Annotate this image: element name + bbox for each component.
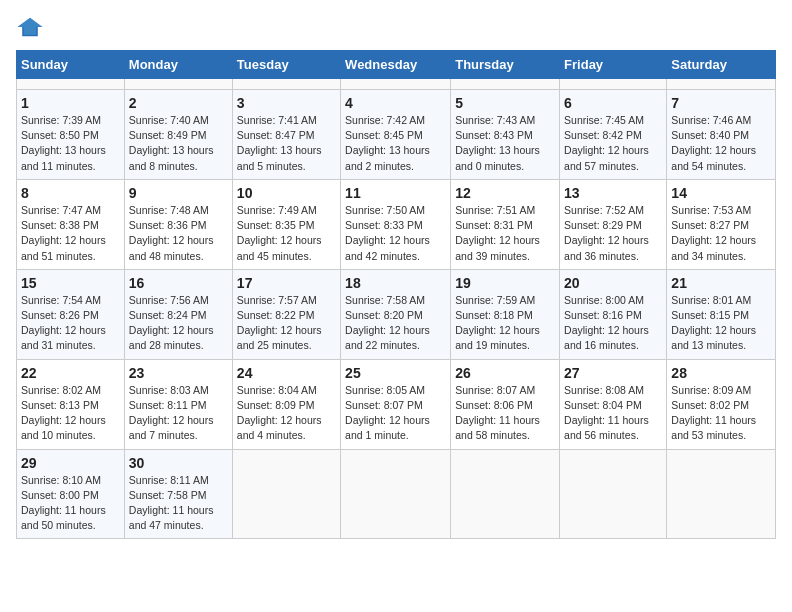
svg-marker-1 <box>18 18 43 35</box>
day-cell: 3Sunrise: 7:41 AMSunset: 8:47 PMDaylight… <box>232 90 340 180</box>
day-cell: 1Sunrise: 7:39 AMSunset: 8:50 PMDaylight… <box>17 90 125 180</box>
day-info: Sunrise: 8:10 AMSunset: 8:00 PMDaylight:… <box>21 473 120 534</box>
day-cell: 24Sunrise: 8:04 AMSunset: 8:09 PMDayligh… <box>232 359 340 449</box>
day-cell <box>560 79 667 90</box>
day-number: 27 <box>564 365 662 381</box>
day-info: Sunrise: 7:42 AMSunset: 8:45 PMDaylight:… <box>345 113 446 174</box>
day-info: Sunrise: 7:54 AMSunset: 8:26 PMDaylight:… <box>21 293 120 354</box>
day-number: 5 <box>455 95 555 111</box>
day-cell <box>232 79 340 90</box>
day-number: 8 <box>21 185 120 201</box>
day-cell <box>667 449 776 539</box>
day-cell: 15Sunrise: 7:54 AMSunset: 8:26 PMDayligh… <box>17 269 125 359</box>
day-number: 11 <box>345 185 446 201</box>
day-cell <box>451 79 560 90</box>
day-info: Sunrise: 8:05 AMSunset: 8:07 PMDaylight:… <box>345 383 446 444</box>
header-row: SundayMondayTuesdayWednesdayThursdayFrid… <box>17 51 776 79</box>
week-row-0 <box>17 79 776 90</box>
day-info: Sunrise: 7:51 AMSunset: 8:31 PMDaylight:… <box>455 203 555 264</box>
day-info: Sunrise: 7:43 AMSunset: 8:43 PMDaylight:… <box>455 113 555 174</box>
day-cell <box>341 449 451 539</box>
day-cell: 27Sunrise: 8:08 AMSunset: 8:04 PMDayligh… <box>560 359 667 449</box>
day-cell <box>341 79 451 90</box>
day-info: Sunrise: 7:52 AMSunset: 8:29 PMDaylight:… <box>564 203 662 264</box>
day-cell: 20Sunrise: 8:00 AMSunset: 8:16 PMDayligh… <box>560 269 667 359</box>
day-cell: 8Sunrise: 7:47 AMSunset: 8:38 PMDaylight… <box>17 179 125 269</box>
day-info: Sunrise: 8:01 AMSunset: 8:15 PMDaylight:… <box>671 293 771 354</box>
day-info: Sunrise: 7:59 AMSunset: 8:18 PMDaylight:… <box>455 293 555 354</box>
day-cell: 19Sunrise: 7:59 AMSunset: 8:18 PMDayligh… <box>451 269 560 359</box>
header-cell-sunday: Sunday <box>17 51 125 79</box>
day-number: 22 <box>21 365 120 381</box>
day-info: Sunrise: 7:40 AMSunset: 8:49 PMDaylight:… <box>129 113 228 174</box>
day-info: Sunrise: 7:46 AMSunset: 8:40 PMDaylight:… <box>671 113 771 174</box>
week-row-1: 1Sunrise: 7:39 AMSunset: 8:50 PMDaylight… <box>17 90 776 180</box>
day-number: 17 <box>237 275 336 291</box>
logo-icon <box>16 16 44 38</box>
day-number: 15 <box>21 275 120 291</box>
day-cell: 11Sunrise: 7:50 AMSunset: 8:33 PMDayligh… <box>341 179 451 269</box>
week-row-2: 8Sunrise: 7:47 AMSunset: 8:38 PMDaylight… <box>17 179 776 269</box>
day-cell: 13Sunrise: 7:52 AMSunset: 8:29 PMDayligh… <box>560 179 667 269</box>
day-number: 1 <box>21 95 120 111</box>
day-cell: 21Sunrise: 8:01 AMSunset: 8:15 PMDayligh… <box>667 269 776 359</box>
header-cell-wednesday: Wednesday <box>341 51 451 79</box>
day-number: 23 <box>129 365 228 381</box>
day-cell <box>232 449 340 539</box>
day-number: 7 <box>671 95 771 111</box>
day-info: Sunrise: 7:50 AMSunset: 8:33 PMDaylight:… <box>345 203 446 264</box>
day-number: 4 <box>345 95 446 111</box>
day-cell: 17Sunrise: 7:57 AMSunset: 8:22 PMDayligh… <box>232 269 340 359</box>
day-cell: 25Sunrise: 8:05 AMSunset: 8:07 PMDayligh… <box>341 359 451 449</box>
day-number: 3 <box>237 95 336 111</box>
day-number: 21 <box>671 275 771 291</box>
day-info: Sunrise: 7:45 AMSunset: 8:42 PMDaylight:… <box>564 113 662 174</box>
day-number: 2 <box>129 95 228 111</box>
day-cell <box>667 79 776 90</box>
day-cell: 2Sunrise: 7:40 AMSunset: 8:49 PMDaylight… <box>124 90 232 180</box>
day-number: 29 <box>21 455 120 471</box>
header-cell-monday: Monday <box>124 51 232 79</box>
header-cell-tuesday: Tuesday <box>232 51 340 79</box>
day-cell: 6Sunrise: 7:45 AMSunset: 8:42 PMDaylight… <box>560 90 667 180</box>
day-cell <box>124 79 232 90</box>
day-number: 6 <box>564 95 662 111</box>
day-number: 18 <box>345 275 446 291</box>
day-info: Sunrise: 8:11 AMSunset: 7:58 PMDaylight:… <box>129 473 228 534</box>
day-number: 24 <box>237 365 336 381</box>
day-info: Sunrise: 7:41 AMSunset: 8:47 PMDaylight:… <box>237 113 336 174</box>
day-info: Sunrise: 8:02 AMSunset: 8:13 PMDaylight:… <box>21 383 120 444</box>
day-cell: 9Sunrise: 7:48 AMSunset: 8:36 PMDaylight… <box>124 179 232 269</box>
day-info: Sunrise: 8:07 AMSunset: 8:06 PMDaylight:… <box>455 383 555 444</box>
day-number: 28 <box>671 365 771 381</box>
day-cell: 10Sunrise: 7:49 AMSunset: 8:35 PMDayligh… <box>232 179 340 269</box>
day-info: Sunrise: 7:57 AMSunset: 8:22 PMDaylight:… <box>237 293 336 354</box>
week-row-3: 15Sunrise: 7:54 AMSunset: 8:26 PMDayligh… <box>17 269 776 359</box>
day-cell <box>17 79 125 90</box>
day-cell: 29Sunrise: 8:10 AMSunset: 8:00 PMDayligh… <box>17 449 125 539</box>
header-cell-thursday: Thursday <box>451 51 560 79</box>
day-cell: 14Sunrise: 7:53 AMSunset: 8:27 PMDayligh… <box>667 179 776 269</box>
day-cell: 28Sunrise: 8:09 AMSunset: 8:02 PMDayligh… <box>667 359 776 449</box>
day-info: Sunrise: 8:04 AMSunset: 8:09 PMDaylight:… <box>237 383 336 444</box>
day-cell <box>451 449 560 539</box>
header-cell-saturday: Saturday <box>667 51 776 79</box>
day-info: Sunrise: 7:49 AMSunset: 8:35 PMDaylight:… <box>237 203 336 264</box>
day-cell: 16Sunrise: 7:56 AMSunset: 8:24 PMDayligh… <box>124 269 232 359</box>
week-row-5: 29Sunrise: 8:10 AMSunset: 8:00 PMDayligh… <box>17 449 776 539</box>
day-cell: 4Sunrise: 7:42 AMSunset: 8:45 PMDaylight… <box>341 90 451 180</box>
day-cell <box>560 449 667 539</box>
day-cell: 30Sunrise: 8:11 AMSunset: 7:58 PMDayligh… <box>124 449 232 539</box>
day-number: 12 <box>455 185 555 201</box>
calendar-table: SundayMondayTuesdayWednesdayThursdayFrid… <box>16 50 776 539</box>
day-number: 20 <box>564 275 662 291</box>
day-number: 19 <box>455 275 555 291</box>
day-cell: 26Sunrise: 8:07 AMSunset: 8:06 PMDayligh… <box>451 359 560 449</box>
day-number: 16 <box>129 275 228 291</box>
day-number: 14 <box>671 185 771 201</box>
header <box>16 16 776 38</box>
day-info: Sunrise: 7:53 AMSunset: 8:27 PMDaylight:… <box>671 203 771 264</box>
day-cell: 12Sunrise: 7:51 AMSunset: 8:31 PMDayligh… <box>451 179 560 269</box>
day-info: Sunrise: 8:09 AMSunset: 8:02 PMDaylight:… <box>671 383 771 444</box>
logo <box>16 16 48 38</box>
